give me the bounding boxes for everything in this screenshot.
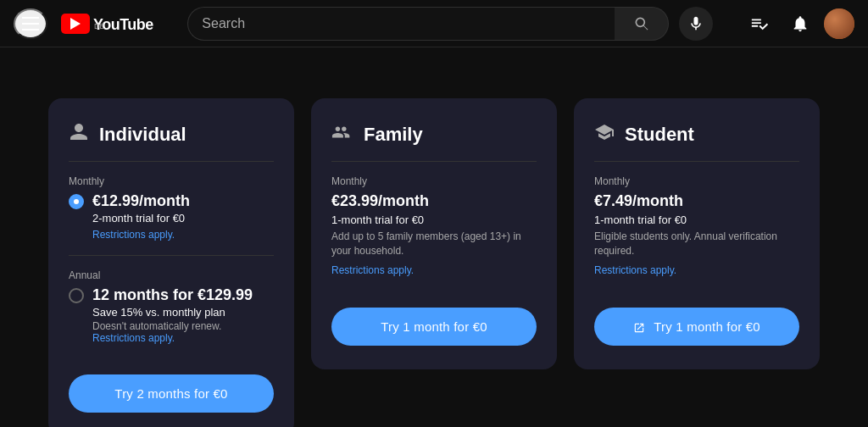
individual-annual-restrictions[interactable]: Restrictions apply. [92,332,175,344]
family-cta-button[interactable]: Try 1 month for €0 [331,308,537,346]
search-input[interactable] [187,7,615,41]
person-icon [69,122,89,147]
student-monthly-label: Monthly [594,175,799,187]
family-plan-title: Family [364,124,423,146]
avatar-image [824,8,854,39]
create-button[interactable] [743,7,776,41]
student-plan-title: Student [625,124,694,146]
student-plan-options: Monthly €7.49/month 1-month trial for €0… [594,162,799,291]
header-right [743,7,854,41]
individual-monthly-label: Monthly [69,175,274,187]
student-trial: 1-month trial for €0 [594,214,799,226]
individual-monthly-trial: 2-month trial for €0 [92,212,274,225]
youtube-logo-icon [61,14,90,34]
external-link-icon [633,322,645,334]
individual-annual-option: Annual 12 months for €129.99 Save 15% vs… [69,256,274,358]
menu-button[interactable] [14,8,47,39]
individual-annual-note: Doesn't automatically renew. Restriction… [92,320,274,344]
family-desc: Add up to 5 family members (aged 13+) in… [331,230,537,258]
individual-cta-button[interactable]: Try 2 months for €0 [69,374,274,413]
student-plan-header: Student [594,122,799,162]
individual-plan-title: Individual [99,124,186,146]
individual-annual-label: Annual [69,269,274,281]
individual-plan-options: Monthly €12.99/month 2-month trial for €… [69,162,274,358]
mic-button[interactable] [679,7,713,41]
family-plan-options: Monthly €23.99/month 1-month trial for €… [331,162,537,291]
family-icon [331,122,353,147]
student-desc: Eligible students only. Annual verificat… [594,230,799,258]
header-left: YouTube DE [14,8,166,39]
header-center [187,7,713,41]
family-monthly-label: Monthly [331,175,537,187]
main-content: Individual Monthly €12.99/month 2-month … [0,47,868,427]
notifications-button[interactable] [783,7,817,41]
bell-icon [791,14,810,33]
header: YouTube DE [0,0,868,47]
family-plan-header: Family [331,122,537,162]
search-button[interactable] [615,7,669,41]
mic-icon [687,15,704,32]
student-cta-button[interactable]: Try 1 month for €0 [594,308,799,346]
individual-monthly-price: €12.99/month [92,192,274,210]
family-trial: 1-month trial for €0 [331,214,537,226]
family-restrictions[interactable]: Restrictions apply. [331,264,414,276]
individual-annual-price: 12 months for €129.99 [92,286,274,304]
individual-plan-card: Individual Monthly €12.99/month 2-month … [48,98,294,427]
student-plan-card: Student Monthly €7.49/month 1-month tria… [574,98,820,369]
individual-monthly-radio[interactable] [69,194,84,209]
family-monthly-option: Monthly €23.99/month 1-month trial for €… [331,162,537,291]
student-icon [594,122,615,147]
individual-plan-header: Individual [69,122,274,162]
family-plan-card: Family Monthly €23.99/month 1-month tria… [311,98,557,369]
individual-monthly-restrictions[interactable]: Restrictions apply. [92,229,175,241]
youtube-logo[interactable]: YouTube DE [61,14,153,34]
search-container [187,7,669,41]
student-monthly-option: Monthly €7.49/month 1-month trial for €0… [594,162,799,291]
individual-annual-trial: Save 15% vs. monthly plan [92,306,274,319]
individual-annual-radio[interactable] [69,288,84,303]
search-icon [633,15,650,32]
individual-monthly-option: Monthly €12.99/month 2-month trial for €… [69,162,274,256]
student-restrictions[interactable]: Restrictions apply. [594,264,676,276]
student-price: €7.49/month [594,192,799,210]
create-icon [750,14,769,33]
family-price: €23.99/month [331,192,537,210]
avatar[interactable] [824,8,854,39]
